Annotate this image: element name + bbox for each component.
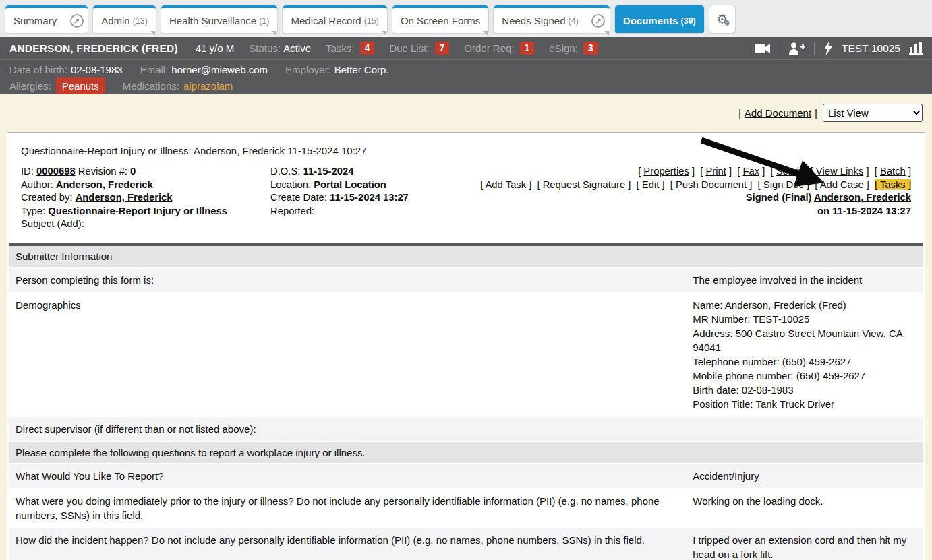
- question-cell: Person completing this form is:: [9, 268, 693, 292]
- subject-add-link[interactable]: Add: [60, 218, 78, 229]
- tab-count: (1): [259, 16, 269, 26]
- popout-icon: ↗: [591, 14, 605, 28]
- due-list-count-badge[interactable]: 7: [435, 42, 450, 55]
- doc-id-line: ID: 0000698 Revision #: 0: [21, 165, 270, 179]
- patient-age-sex: 41 y/o M: [196, 42, 235, 54]
- table-row: Person completing this form is: The empl…: [9, 268, 923, 292]
- signed-line: Signed (Final) Anderson, Frederick: [473, 191, 911, 205]
- tab-medical-record[interactable]: Medical Record(15): [283, 5, 386, 33]
- doc-created-by-line: Created by: Anderson, Frederick: [21, 191, 270, 205]
- tasks-count-badge[interactable]: 4: [360, 42, 375, 55]
- doc-type-line: Type: Questionnaire-Report Injury or Ill…: [21, 205, 270, 218]
- bar-chart-icon[interactable]: [909, 42, 923, 55]
- tab-label: Needs Signed: [502, 15, 565, 26]
- author-link[interactable]: Anderson, Frederick: [56, 179, 153, 190]
- medications-field: Medications: alprazolam: [123, 78, 233, 94]
- tab-admin[interactable]: Admin(13): [93, 5, 156, 33]
- push-document-link[interactable]: Push Document: [676, 179, 747, 190]
- signed-date-line: on 11-15-2024 13:27: [473, 205, 911, 218]
- table-row: Direct supervisor (if different than or …: [9, 417, 923, 441]
- tab-label: Documents: [623, 15, 678, 26]
- document-title: Questionnaire-Report Injury or Illness: …: [21, 145, 925, 156]
- created-by-link[interactable]: Anderson, Frederick: [76, 192, 173, 203]
- tab-documents[interactable]: Documents(39): [615, 5, 704, 33]
- doc-id-link[interactable]: 0000698: [36, 166, 76, 177]
- answer-cell: [693, 417, 923, 441]
- tasks-counter[interactable]: Tasks: 4: [326, 42, 374, 55]
- question-cell: How did the incident happen? Do not incl…: [9, 528, 693, 560]
- question-cell: Direct supervisor (if different than or …: [9, 417, 693, 441]
- esign-count-badge[interactable]: 3: [583, 42, 598, 55]
- batch-link[interactable]: Batch: [880, 166, 906, 177]
- medication-value[interactable]: alprazolam: [183, 78, 233, 94]
- tab-summary[interactable]: Summary ↗: [5, 5, 88, 33]
- tab-label: Admin: [101, 15, 130, 26]
- question-cell: What Would You Like To Report?: [9, 464, 693, 488]
- add-person-icon[interactable]: [789, 42, 805, 55]
- answer-cell: I tripped over an extension cord and the…: [693, 528, 923, 560]
- documents-toolbar: | Add Document | List View: [0, 94, 932, 122]
- doc-subject-line: Subject (Add):: [21, 218, 270, 231]
- answer-cell: Accident/Injury: [693, 464, 923, 488]
- doc-actions-row2: [ Add Task ] [ Request Signature ] [ Edi…: [473, 179, 911, 192]
- tab-needs-signed[interactable]: Needs Signed(4) ↗: [494, 5, 610, 33]
- tab-count: (13): [133, 16, 148, 26]
- tab-label: Summary: [13, 15, 57, 26]
- edit-link[interactable]: Edit: [642, 179, 660, 190]
- tab-health-surveillance[interactable]: Health Surveillance(1): [161, 5, 278, 33]
- summary-popout-button[interactable]: ↗: [65, 8, 88, 33]
- dob-field: Date of birth:02-08-1983: [9, 62, 123, 77]
- table-row: What Would You Like To Report? Accident/…: [9, 464, 923, 488]
- sign-doc-link[interactable]: Sign Doc: [763, 179, 804, 190]
- order-req-counter[interactable]: Order Req: 1: [464, 42, 534, 55]
- send-link[interactable]: Send: [776, 166, 800, 177]
- video-camera-icon[interactable]: [755, 42, 771, 55]
- email-field: Email:horner@mieweb.com: [140, 62, 268, 77]
- tab-on-screen-forms[interactable]: On Screen Forms: [392, 5, 488, 33]
- tab-label: On Screen Forms: [401, 15, 480, 26]
- order-req-count-badge[interactable]: 1: [520, 42, 535, 55]
- divider: [780, 42, 780, 55]
- add-task-link[interactable]: Add Task: [485, 179, 526, 190]
- table-row: How did the incident happen? Do not incl…: [9, 528, 923, 560]
- separator: |: [815, 107, 817, 119]
- fax-link[interactable]: Fax: [742, 166, 759, 177]
- tab-count: (15): [364, 16, 379, 26]
- request-signature-link[interactable]: Request Signature: [543, 179, 626, 190]
- patient-status: Status: Active: [249, 42, 311, 54]
- doc-author-line: Author: Anderson, Frederick: [21, 179, 270, 192]
- table-row: Demographics Name: Anderson, Frederick (…: [9, 293, 923, 416]
- doc-actions-row1: [ Properties ] [ Print ] [ Fax ] [ Send …: [473, 165, 911, 179]
- questionnaire-table: Submitter Information Person completing …: [9, 243, 923, 560]
- esign-counter[interactable]: eSign: 3: [549, 42, 598, 55]
- allergy-badge[interactable]: Peanuts: [56, 77, 105, 94]
- add-document-link[interactable]: Add Document: [745, 107, 811, 119]
- question-cell: Demographics: [9, 293, 693, 416]
- signed-by-link[interactable]: Anderson, Frederick: [814, 192, 911, 203]
- section-header-row: Please complete the following questions …: [9, 442, 923, 463]
- tab-count: (4): [569, 16, 579, 26]
- due-list-counter[interactable]: Due List: 7: [389, 42, 449, 55]
- section-header-row: Submitter Information: [9, 246, 923, 267]
- lightning-bolt-icon[interactable]: [823, 42, 833, 55]
- patient-name: ANDERSON, FREDERICK (FRED): [9, 42, 178, 55]
- view-links-link[interactable]: View Links: [816, 166, 863, 177]
- chart-tab-bar: Summary ↗ Admin(13) Health Surveillance(…: [0, 0, 932, 37]
- table-row: What were you doing immediately prior to…: [9, 489, 923, 527]
- answer-cell: The employee involved in the incident: [693, 268, 923, 292]
- patient-subheader: Date of birth:02-08-1983 Email:horner@mi…: [0, 59, 932, 94]
- allergies-field: Allergies: Peanuts: [9, 77, 105, 94]
- patient-mrn: TEST-10025: [842, 42, 900, 55]
- properties-link[interactable]: Properties: [643, 166, 689, 177]
- separator: |: [738, 107, 741, 119]
- tasks-link[interactable]: Tasks: [880, 179, 906, 190]
- question-cell: What were you doing immediately prior to…: [9, 489, 693, 527]
- popout-icon: ↗: [70, 14, 84, 28]
- view-mode-select[interactable]: List View: [823, 104, 923, 122]
- print-link[interactable]: Print: [705, 166, 726, 177]
- tab-label: Health Surveillance: [169, 15, 256, 26]
- needs-signed-popout-button[interactable]: ↗: [587, 8, 610, 33]
- add-case-link[interactable]: Add Case: [820, 179, 864, 190]
- tab-settings-button[interactable]: ⚙ ⚙: [709, 5, 735, 33]
- document-panel: Questionnaire-Report Injury or Illness: …: [7, 132, 925, 560]
